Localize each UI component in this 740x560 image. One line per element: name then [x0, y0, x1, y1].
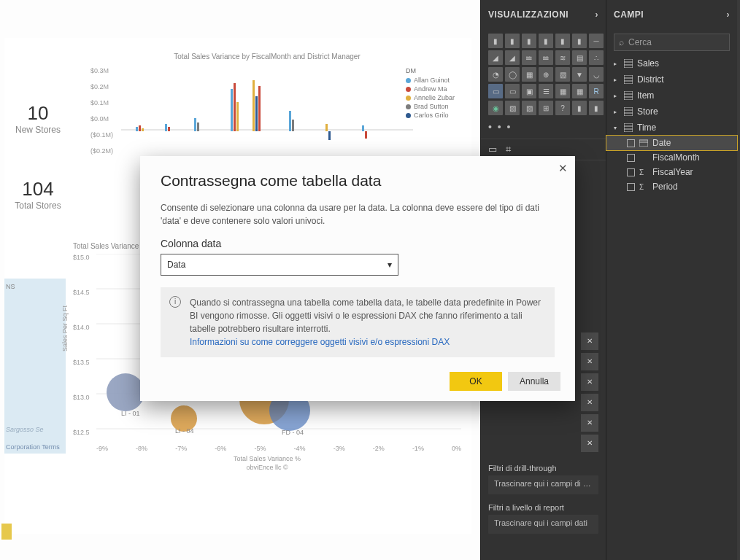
table-row-item[interactable]: ▸ Item — [606, 88, 737, 104]
checkbox-icon[interactable] — [627, 154, 635, 162]
format-tool-icon[interactable]: ⌗ — [506, 144, 511, 155]
filters-drill-target[interactable]: Trascinare qui i campi di dri... — [488, 475, 598, 494]
kpi-new-stores-label: New Stores — [9, 125, 67, 135]
viz-ribbon-icon[interactable]: ≋ — [555, 50, 570, 65]
chart-scatter-yaxis: $15.0 $14.5 $14.0 $13.5 $13.0 $12.5 — [73, 254, 90, 445]
table-icon — [624, 107, 633, 116]
viz-smart-icon[interactable]: ▮ — [589, 101, 604, 115]
kpi-total-stores-value: 104 — [9, 178, 67, 201]
viz-combo-icon[interactable]: ⩸ — [522, 50, 536, 65]
viz-column-stacked-icon[interactable]: ▮ — [522, 34, 536, 48]
legend-title: DM — [406, 67, 464, 74]
viz-table-icon[interactable]: ▦ — [555, 84, 570, 98]
svg-rect-17 — [328, 131, 331, 140]
viz-area-stacked-icon[interactable]: ◢ — [505, 50, 520, 65]
field-row-date[interactable]: Date — [606, 136, 737, 150]
legend-swatch — [406, 104, 411, 109]
viz-r-icon[interactable]: R — [589, 84, 604, 98]
viz-bar-stacked-icon[interactable]: ▮ — [488, 34, 503, 48]
viz-column-clustered-icon[interactable]: ▮ — [539, 34, 553, 48]
cancel-button[interactable]: Annulla — [508, 372, 560, 391]
viz-decomp-icon[interactable]: ⊞ — [539, 101, 553, 115]
viz-card-icon[interactable]: ▭ — [488, 84, 503, 98]
chevron-right-icon[interactable]: › — [596, 9, 599, 20]
field-row-fiscalmonth[interactable]: FiscalMonth — [606, 150, 737, 165]
sigma-field-icon: Σ — [639, 183, 648, 190]
info-link[interactable]: Informazioni su come correggere oggetti … — [190, 337, 450, 347]
page-tab-add[interactable] — [1, 524, 12, 540]
svg-rect-11 — [253, 80, 255, 131]
viz-multi-card-icon[interactable]: ▭ — [505, 84, 520, 98]
svg-rect-45 — [624, 107, 633, 116]
viz-scatter-icon[interactable]: ∴ — [589, 50, 604, 65]
svg-rect-48 — [624, 123, 633, 132]
viz-slicer-icon[interactable]: ☰ — [539, 84, 553, 98]
viz-kpi-icon[interactable]: ▣ — [522, 84, 536, 98]
table-icon — [624, 91, 633, 100]
chart-scatter-ylabel: Sales Per Sq Ft — [61, 306, 69, 351]
remove-field-button[interactable]: ✕ — [581, 353, 598, 370]
viz-bar-clustered-icon[interactable]: ▮ — [505, 34, 520, 48]
table-row-time[interactable]: ▾ Time — [606, 120, 737, 136]
svg-rect-2 — [139, 125, 141, 131]
viz-column-100-icon[interactable]: ▮ — [572, 34, 587, 48]
svg-rect-5 — [168, 127, 170, 131]
visualizations-header[interactable]: VISUALIZZAZIONI › — [481, 0, 606, 29]
viz-treemap-icon[interactable]: ▦ — [522, 67, 536, 82]
svg-rect-13 — [258, 86, 261, 131]
field-row-fiscalyear[interactable]: Σ FiscalYear — [606, 165, 737, 179]
date-column-dropdown[interactable]: Data ▾ — [161, 254, 398, 276]
viz-line-icon[interactable]: ─ — [589, 34, 604, 48]
viz-funnel-icon[interactable]: ▼ — [572, 67, 587, 82]
viz-shape-map-icon[interactable]: ▧ — [522, 101, 536, 115]
remove-field-button[interactable]: ✕ — [581, 414, 598, 432]
filters-report-target[interactable]: Trascinare qui i campi dati — [488, 515, 598, 534]
viz-globe-icon[interactable]: ◉ — [488, 101, 503, 115]
fields-tool-icon[interactable]: ▭ — [488, 144, 497, 155]
viz-donut-icon[interactable]: ◯ — [505, 67, 520, 82]
viz-arcgis-icon[interactable]: ▧ — [505, 101, 520, 115]
svg-rect-16 — [325, 124, 328, 131]
checkbox-icon[interactable] — [627, 183, 635, 191]
dialog-info-box: i Quando si contrassegna una tabella com… — [161, 287, 555, 357]
checkbox-icon[interactable] — [627, 139, 635, 147]
close-button[interactable]: ✕ — [558, 162, 568, 175]
fields-title: CAMPI — [614, 9, 644, 20]
viz-area-icon[interactable]: ◢ — [488, 50, 503, 65]
viz-gauge-icon[interactable]: ◡ — [589, 67, 604, 82]
viz-bar-100-icon[interactable]: ▮ — [555, 34, 570, 48]
field-row-period[interactable]: Σ Period — [606, 179, 737, 194]
filters-drill-label: Filtri di drill-through — [481, 459, 606, 474]
remove-field-button[interactable]: ✕ — [581, 373, 598, 391]
map-visual[interactable]: NS Sargosso Se Corporation Terms — [4, 279, 66, 454]
checkbox-icon[interactable] — [627, 168, 635, 176]
remove-field-button[interactable]: ✕ — [581, 394, 598, 411]
viz-combo2-icon[interactable]: ⩸ — [539, 50, 553, 65]
ok-button[interactable]: OK — [450, 372, 502, 391]
viz-waterfall-icon[interactable]: ▤ — [572, 50, 587, 65]
map-credit[interactable]: Corporation Terms — [6, 443, 60, 451]
viz-more-button[interactable]: • • • — [481, 118, 606, 139]
svg-text:FD - 04: FD - 04 — [282, 429, 304, 436]
svg-rect-51 — [639, 140, 648, 147]
fields-search[interactable]: ⌕ Cerca — [614, 34, 730, 51]
table-row-store[interactable]: ▸ Store — [606, 104, 737, 120]
chevron-right-icon[interactable]: › — [727, 9, 731, 20]
table-row-sales[interactable]: ▸ Sales — [606, 55, 737, 71]
fields-header[interactable]: CAMPI › — [606, 0, 737, 29]
svg-text:LI - 04: LI - 04 — [175, 427, 194, 435]
viz-pie-icon[interactable]: ◔ — [488, 67, 503, 82]
legend-swatch — [406, 113, 411, 118]
viz-py-icon[interactable]: ▮ — [572, 101, 587, 115]
footer-credit: obviEnce llc © — [70, 464, 464, 471]
remove-field-button[interactable]: ✕ — [581, 332, 598, 350]
table-row-district[interactable]: ▸ District — [606, 71, 737, 88]
chart-bar-yaxis: $0.3M $0.2M $0.1M $0.0M ($0.1M) ($0.2M) — [90, 67, 113, 163]
viz-map-icon[interactable]: ⊕ — [539, 67, 553, 82]
svg-rect-9 — [234, 83, 236, 131]
remove-field-button[interactable]: ✕ — [581, 435, 598, 452]
chart-bar-title: Total Sales Variance by FiscalMonth and … — [70, 52, 464, 61]
viz-matrix-icon[interactable]: ▦ — [572, 84, 587, 98]
viz-qna-icon[interactable]: ? — [555, 101, 570, 115]
viz-filled-map-icon[interactable]: ▧ — [555, 67, 570, 82]
